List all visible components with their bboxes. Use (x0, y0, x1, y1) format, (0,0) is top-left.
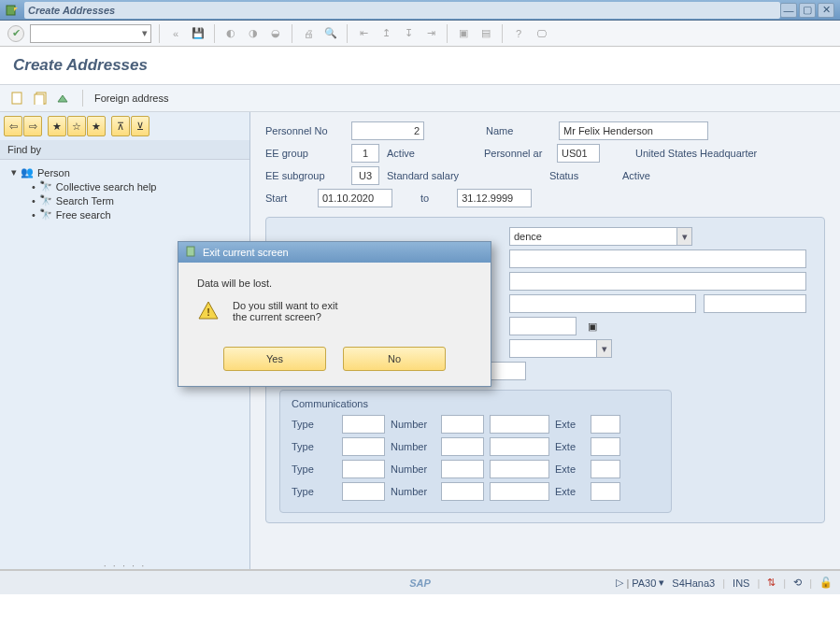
comm-ext-label: Exte (555, 486, 585, 497)
sap-logo: SAP (409, 577, 431, 589)
start-date-field[interactable]: 01.10.2020 (318, 189, 392, 207)
comm-number-field-2[interactable] (490, 437, 549, 456)
status-bar: SAP ▷ | PA30 ▾ S4Hana3 | INS | ⇅ | ⟲ | 🔓 (0, 570, 840, 594)
nav-back-icon[interactable]: ◐ (222, 25, 239, 42)
dropdown-icon[interactable]: ▾ (597, 339, 612, 358)
window-titlebar: Create Addresses — ▢ ✕ (0, 0, 840, 21)
communications-title: Communications (292, 398, 660, 409)
dialog-body: Data will be lost. ! Do you still want t… (178, 263, 491, 334)
nav-exit-icon[interactable]: ◑ (245, 25, 262, 42)
status-lock-icon[interactable]: 🔓 (819, 577, 833, 589)
name-value: Mr Felix Henderson (559, 121, 708, 140)
comm-number-field-2[interactable] (490, 460, 549, 478)
search-help-icon[interactable]: ▣ (584, 321, 601, 333)
status-system[interactable]: S4Hana3 (672, 577, 715, 589)
tree-item-search-term[interactable]: • 🔭 Search Term (11, 193, 238, 207)
comm-type-field[interactable] (342, 437, 385, 456)
comm-number-field-2[interactable] (490, 415, 549, 434)
command-field[interactable]: ▾ (30, 24, 151, 43)
comm-type-label: Type (292, 419, 336, 430)
comm-ext-field[interactable] (591, 482, 620, 501)
expand-all-button[interactable]: ⊼ (111, 116, 130, 136)
tree-root-person[interactable]: ▾ 👥 Person (11, 165, 238, 179)
country-combo[interactable]: ▾ (509, 339, 612, 358)
address-field-4[interactable] (509, 317, 577, 335)
prev-page-icon[interactable]: ↥ (377, 25, 394, 42)
app-icon (6, 4, 19, 17)
status-tcode[interactable]: ▷ | PA30 ▾ (616, 577, 664, 589)
fav-button[interactable]: ☆ (67, 116, 86, 136)
communications-group: Communications Type Number Exte Type Num… (279, 390, 672, 513)
comm-ext-field[interactable] (591, 437, 620, 456)
fav-add-button[interactable]: ★ (48, 116, 66, 136)
save-icon[interactable]: 💾 (190, 25, 206, 42)
comm-type-field[interactable] (342, 460, 385, 478)
pane-resize-handle[interactable]: · · · · · (0, 560, 249, 569)
comm-ext-field[interactable] (591, 415, 620, 434)
maximize-button[interactable]: ▢ (799, 3, 816, 18)
back-icon[interactable]: « (167, 25, 184, 42)
dropdown-icon[interactable]: ▾ (677, 227, 692, 246)
minimize-button[interactable]: — (780, 3, 797, 18)
dialog-text-line1: Data will be lost. (197, 278, 472, 289)
layout-icon[interactable]: 🖵 (533, 25, 549, 42)
last-page-icon[interactable]: ⇥ (422, 25, 439, 42)
print-icon[interactable]: 🖨 (300, 25, 317, 42)
address-type-combo[interactable]: dence ▾ (509, 227, 692, 246)
enter-button[interactable]: ✔ (7, 25, 24, 42)
address-field-2[interactable] (509, 272, 806, 291)
bullet-icon: • (32, 195, 36, 207)
address-field-3b[interactable] (704, 294, 806, 313)
comm-type-field[interactable] (342, 415, 385, 434)
dialog-title: Exit current screen (203, 247, 289, 258)
tree-item-free-search[interactable]: • 🔭 Free search (11, 207, 238, 221)
address-field-3a[interactable] (509, 294, 696, 313)
comm-type-field[interactable] (342, 482, 385, 501)
comm-number-field-1[interactable] (441, 482, 484, 501)
country-value (509, 339, 597, 358)
comm-ext-label: Exte (555, 463, 585, 475)
nav-button-row: ⇦ ⇨ ★ ☆ ★ ⊼ ⊻ (0, 112, 249, 140)
tcode-text: PA30 (632, 577, 656, 589)
foreign-address-button[interactable]: Foreign address (94, 93, 169, 104)
end-date-field[interactable]: 31.12.9999 (457, 189, 532, 207)
sub-toolbar: Foreign address (0, 84, 840, 112)
collapse-all-button[interactable]: ⊻ (131, 116, 149, 136)
comm-number-field-1[interactable] (441, 437, 484, 456)
first-page-icon[interactable]: ⇤ (355, 25, 372, 42)
toolbar-separator (502, 24, 503, 43)
tree-item-collective-search[interactable]: • 🔭 Collective search help (11, 179, 238, 193)
comm-ext-field[interactable] (591, 460, 620, 478)
to-label: to (420, 192, 429, 204)
no-button[interactable]: No (343, 347, 446, 371)
comm-number-field-1[interactable] (441, 460, 484, 478)
nav-cancel-icon[interactable]: ◒ (267, 25, 284, 42)
doc-new-icon[interactable] (9, 90, 26, 107)
toolbar-separator (82, 90, 83, 107)
nav-next-button[interactable]: ⇨ (23, 116, 42, 136)
yes-button[interactable]: Yes (223, 347, 326, 371)
doc-copy-icon[interactable] (32, 90, 49, 107)
expand-toggle-icon[interactable]: ▾ (11, 166, 17, 178)
find-icon[interactable]: 🔍 (322, 25, 339, 42)
shortcut-icon[interactable]: ▤ (477, 25, 494, 42)
status-sync-icon[interactable]: ⟲ (793, 577, 802, 589)
fav-del-button[interactable]: ★ (87, 116, 106, 136)
help-icon[interactable]: ? (510, 25, 527, 42)
address-field-1[interactable] (509, 249, 806, 268)
next-page-icon[interactable]: ↧ (400, 25, 417, 42)
dialog-titlebar: Exit current screen (178, 242, 491, 263)
close-button[interactable]: ✕ (818, 3, 834, 18)
status-text: Active (622, 170, 650, 181)
comm-type-label: Type (292, 441, 336, 452)
status-graph-icon[interactable]: ⇅ (767, 577, 776, 589)
comm-number-field-1[interactable] (441, 415, 484, 434)
tree-item-label: Search Term (56, 195, 114, 207)
pers-area-text: United States Headquarter (635, 148, 757, 159)
personnel-no-label: Personnel No (265, 125, 344, 136)
overview-icon[interactable] (54, 90, 71, 107)
nav-prev-button[interactable]: ⇦ (4, 116, 22, 136)
comm-number-field-2[interactable] (490, 482, 549, 501)
name-label: Name (486, 125, 551, 136)
new-session-icon[interactable]: ▣ (455, 25, 472, 42)
